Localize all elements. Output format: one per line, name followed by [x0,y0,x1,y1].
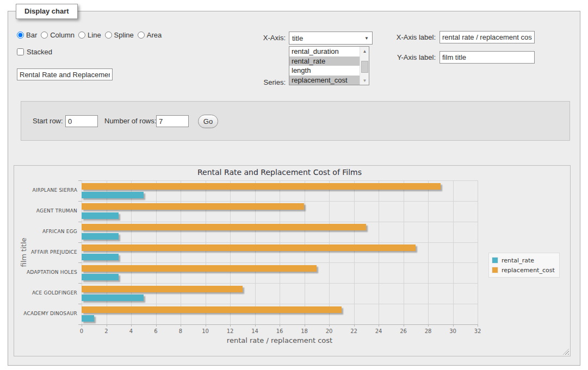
chart-type-option-column[interactable]: Column [41,31,75,39]
gridline-vertical [428,180,429,324]
x-axis-label-input[interactable] [440,31,535,43]
chart-type-option-spline[interactable]: Spline [105,31,134,39]
x-tick-label: 22 [346,328,362,334]
y-axis-label-input[interactable] [440,51,535,64]
gridline-horizontal [82,222,478,222]
bar-replacement_cost [82,183,441,190]
chart-type-option-bar[interactable]: Bar [17,31,37,39]
chart-panel: Rental Rate and Replacement Cost of Film… [14,165,571,356]
bar-replacement_cost [82,224,366,230]
legend-swatch-icon [492,257,498,264]
gridline-vertical [255,180,256,324]
chart-type-radio-column[interactable] [41,32,48,39]
legend-item-replacement_cost[interactable]: replacement_cost [492,265,555,275]
chart-type-option-line[interactable]: Line [78,31,101,39]
category-label: AIRPLANE SIERRA [17,180,77,201]
x-axis-select[interactable]: title ▼ [289,32,373,45]
chart-type-option-label: Bar [26,31,37,39]
bar-replacement_cost [82,306,342,313]
go-button[interactable]: Go [198,115,218,128]
legend-item-rental_rate[interactable]: rental_rate [492,255,555,265]
series-options: rental_durationrental_ratelengthreplacem… [289,47,360,85]
gridline-vertical [82,180,82,324]
gridline-vertical [404,180,404,324]
series-option-length[interactable]: length [289,66,360,76]
display-chart-fieldset: Display chart BarColumnLineSplineArea St… [8,11,580,366]
bar-rental_rate [82,233,119,240]
chart-type-option-area[interactable]: Area [138,31,162,39]
chart-type-option-label: Column [50,31,75,39]
chart-type-option-label: Area [147,31,162,39]
bar-rental_rate [82,294,144,301]
category-label: ACE GOLDFINGER [17,283,77,304]
x-tick-label: 24 [370,328,387,334]
start-row-label: Start row: [33,117,63,126]
x-axis-line [82,324,478,325]
legend-label: rental_rate [502,257,534,264]
x-tick-label: 32 [469,328,486,334]
chart-title-input[interactable] [17,68,113,80]
chart-type-option-label: Spline [114,31,134,39]
series-option-rental_rate[interactable]: rental_rate [289,57,360,66]
x-tick-label: 2 [98,328,115,334]
legend-label: replacement_cost [502,267,555,274]
x-tick-label: 16 [271,328,288,334]
chart-title: Rental Rate and Replacement Cost of Film… [82,168,478,177]
scrollbar-down-icon[interactable]: ▼ [360,76,369,85]
gridline-vertical [156,180,157,324]
gridline-vertical [131,180,132,324]
start-row-input[interactable] [65,115,98,127]
gridline-vertical [478,180,478,324]
chart-type-radio-bar[interactable] [17,32,24,39]
x-tick-label: 14 [247,328,263,334]
chart-type-radio-area[interactable] [138,32,145,39]
chart-type-radio-line[interactable] [78,32,85,39]
resize-handle-icon[interactable] [563,349,569,355]
bar-rental_rate [82,274,119,280]
gridline-vertical [181,180,181,324]
x-tick-label: 18 [296,328,313,334]
category-label: AFFAIR PREJUDICE [17,242,77,263]
y-axis-label-label: Y-Axis label: [383,53,436,62]
bar-replacement_cost [82,265,317,272]
gridline-horizontal [82,242,478,243]
bar-replacement_cost [82,286,243,292]
series-multiselect[interactable]: rental_durationrental_ratelengthreplacem… [289,46,369,85]
x-tick-label: 30 [445,328,461,334]
chart-type-radio-spline[interactable] [105,32,112,39]
category-label: AFRICAN EGG [17,222,77,242]
y-axis-tick [78,262,82,263]
x-tick-label: 0 [73,328,90,334]
y-axis-tick [78,304,82,304]
chart-type-radio-group: BarColumnLineSplineArea [17,31,165,40]
stacked-checkbox[interactable] [17,48,24,55]
y-axis-tick [78,242,82,243]
gridline-vertical [206,180,206,324]
stacked-option[interactable]: Stacked [17,48,52,56]
gridline-horizontal [82,283,478,284]
scrollbar-up-icon[interactable]: ▲ [360,47,369,55]
chart-legend: rental_ratereplacement_cost [488,253,560,278]
row-range-panel: Start row: Number of rows: Go [21,101,570,141]
x-tick-label: 28 [420,328,436,334]
gridline-vertical [329,180,330,324]
series-option-replacement_cost[interactable]: replacement_cost [289,76,360,85]
series-list-label: Series: [233,78,286,87]
category-label: ACADEMY DINOSAUR [17,304,77,324]
x-tick-label: 6 [148,328,164,334]
series-option-rental_duration[interactable]: rental_duration [289,47,360,57]
number-of-rows-input[interactable] [156,115,189,127]
category-label: ADAPTATION HOLES [17,262,77,283]
gridline-horizontal [82,304,478,304]
stacked-label: Stacked [27,48,52,56]
chart-x-axis-title: rental rate / replacement cost [82,336,478,344]
number-of-rows-label: Number of rows: [104,117,156,126]
y-axis-tick [78,201,82,202]
x-tick-label: 8 [172,328,189,334]
gridline-vertical [453,180,454,324]
display-chart-legend: Display chart [16,4,78,19]
x-tick-label: 4 [123,328,139,334]
scrollbar-thumb[interactable] [361,61,368,73]
bar-rental_rate [82,212,119,219]
series-list-scrollbar[interactable]: ▲ ▼ [360,47,369,85]
